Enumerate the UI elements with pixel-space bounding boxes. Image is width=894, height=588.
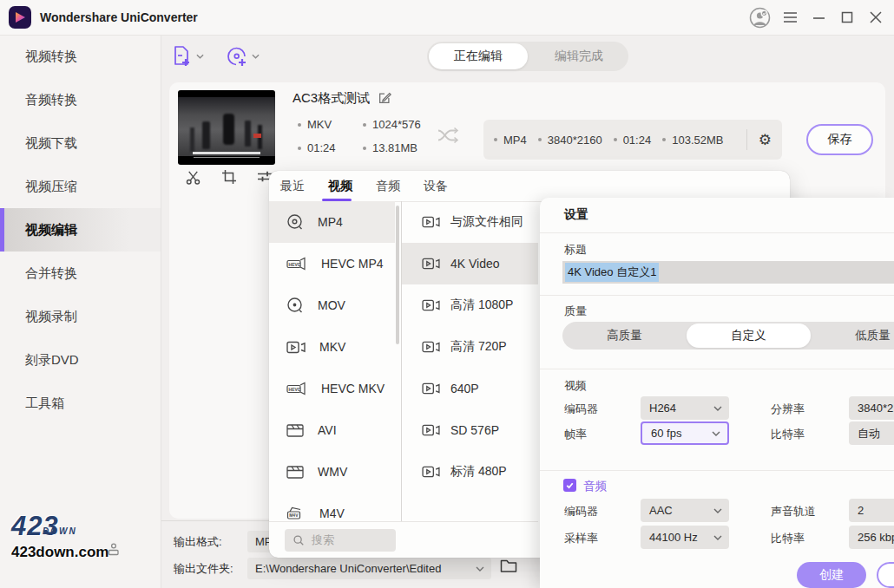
format-option-mov[interactable]: MOV — [269, 284, 395, 326]
format-list: MP4 HEVC HEVC MP4 MOV MKV — [269, 201, 395, 521]
camera-icon — [286, 340, 306, 355]
sidebar-item-video-download[interactable]: 视频下载 — [0, 121, 161, 165]
camera-icon — [422, 340, 440, 354]
sidebar-item-audio-convert[interactable]: 音频转换 — [0, 78, 161, 121]
format-option-avi[interactable]: AVI — [269, 409, 395, 451]
scrollbar-thumb[interactable] — [396, 206, 399, 344]
audio-enabled-checkbox[interactable] — [563, 479, 576, 492]
output-folder-select[interactable]: E:\Wondershare UniConverter\Edited — [247, 558, 491, 579]
sidebar-item-burn-dvd[interactable]: 刻录DVD — [0, 338, 161, 382]
format-option-hevc-mp4[interactable]: HEVC HEVC MP4 — [269, 243, 395, 284]
camera-icon — [422, 423, 440, 437]
video-thumbnail[interactable] — [178, 90, 275, 165]
popup-tab-video[interactable]: 视频 — [328, 179, 352, 194]
hevc-icon: HEVC — [286, 256, 307, 272]
menu-icon[interactable] — [777, 0, 803, 35]
preset-option-480p[interactable]: 标清 480P — [402, 451, 538, 493]
source-duration: 01:24 — [298, 141, 336, 154]
format-option-mkv[interactable]: MKV — [269, 326, 395, 368]
add-disc-button[interactable] — [226, 45, 260, 68]
preset-option-1080p[interactable]: 高清 1080P — [402, 284, 538, 326]
channels-field[interactable]: 2 — [849, 499, 894, 522]
rename-icon[interactable] — [378, 91, 391, 105]
sidebar-item-toolbox[interactable]: 工具箱 — [0, 382, 161, 425]
sidebar-item-screen-record[interactable]: 视频录制 — [0, 295, 161, 338]
maximize-button[interactable] — [834, 0, 860, 35]
audio-bitrate-label: 比特率 — [771, 531, 805, 546]
preset-list: 与源文件相同 4K Video 高清 1080P 高清 720P — [402, 201, 538, 521]
open-folder-icon[interactable] — [500, 559, 517, 573]
close-button[interactable] — [863, 0, 889, 35]
video-encoder-select[interactable]: H264 — [641, 396, 729, 420]
disc-icon — [286, 297, 304, 314]
quality-low-option[interactable]: 低质量 — [811, 322, 894, 350]
add-disc-icon — [226, 45, 248, 68]
chevron-down-icon — [713, 508, 722, 513]
crop-icon[interactable] — [221, 169, 237, 186]
popup-tab-recent[interactable]: 最近 — [280, 179, 305, 194]
create-button[interactable]: 创建 — [797, 562, 866, 588]
preset-option-720p[interactable]: 高清 720P — [402, 326, 538, 368]
preset-title-input[interactable]: 4K Video 自定义1 — [562, 261, 894, 284]
output-folder-label: 输出文件夹: — [174, 561, 233, 577]
chevron-down-icon — [713, 535, 722, 540]
format-option-hevc-mkv[interactable]: HEVC HEVC MKV — [269, 368, 395, 409]
video-bitrate-field[interactable]: 自动 — [849, 421, 894, 445]
preset-option-640p[interactable]: 640P — [402, 368, 538, 409]
sidebar-item-merge-convert[interactable]: 合并转换 — [0, 252, 161, 295]
svg-text:HEVC: HEVC — [289, 261, 301, 266]
audio-section-label: 音频 — [583, 479, 607, 494]
minimize-button[interactable] — [805, 0, 832, 35]
add-file-button[interactable] — [172, 45, 204, 68]
save-button[interactable]: 保存 — [806, 124, 873, 155]
popup-tab-audio[interactable]: 音频 — [376, 179, 400, 194]
account-avatar[interactable] — [746, 0, 772, 35]
search-area: 搜索 — [269, 521, 538, 558]
samplerate-select[interactable]: 44100 Hz — [641, 526, 729, 549]
framerate-select[interactable]: 60 fps — [641, 421, 729, 445]
hevc-icon: HEVC — [286, 381, 307, 397]
preset-option-4k-video[interactable]: 4K Video — [402, 243, 538, 284]
sidebar-item-video-convert[interactable]: 视频转换 — [0, 35, 161, 78]
watermark-423down: 423 DOWN 423down.com — [11, 513, 108, 560]
format-option-mp4[interactable]: MP4 — [269, 201, 395, 243]
search-input[interactable]: 搜索 — [285, 529, 396, 552]
output-settings-gear-icon[interactable]: ⚙ — [759, 133, 772, 147]
preset-option-same-as-source[interactable]: 与源文件相同 — [402, 201, 538, 243]
chevron-down-icon — [252, 54, 260, 59]
camera-icon — [422, 257, 440, 271]
editing-state-tabs: 正在编辑 编辑完成 — [427, 42, 628, 71]
tab-edit-done[interactable]: 编辑完成 — [529, 42, 628, 71]
sidebar-item-video-edit[interactable]: 视频编辑 — [0, 208, 161, 252]
trim-icon[interactable] — [185, 169, 201, 186]
resolution-field[interactable]: 3840*2160 — [849, 396, 894, 420]
output-duration: 01:24 — [614, 134, 652, 147]
subtitle-lines — [193, 152, 260, 154]
quality-label: 质量 — [564, 304, 587, 319]
settings-header: 设置 — [564, 207, 588, 223]
preset-option-sd-576p[interactable]: SD 576P — [402, 409, 538, 451]
resolution-label: 分辨率 — [771, 402, 805, 417]
app-title: Wondershare UniConverter — [40, 10, 198, 24]
camera-icon — [422, 215, 440, 229]
audio-encoder-select[interactable]: AAC — [641, 499, 729, 522]
clapper-icon — [286, 465, 304, 480]
chevron-down-icon — [476, 566, 484, 572]
tab-editing[interactable]: 正在编辑 — [429, 43, 528, 69]
sidebar-item-video-compress[interactable]: 视频压缩 — [0, 165, 161, 208]
secondary-button-cut-off[interactable] — [877, 562, 894, 588]
svg-text:M4V: M4V — [289, 513, 299, 518]
quality-custom-option[interactable]: 自定义 — [687, 323, 811, 348]
output-format: MP4 — [494, 134, 527, 147]
quality-high-option[interactable]: 高质量 — [562, 322, 687, 350]
video-section-label: 视频 — [564, 378, 587, 394]
format-option-m4v[interactable]: M4V M4V — [269, 493, 395, 521]
chevron-down-icon — [196, 54, 204, 59]
source-size: 13.81MB — [363, 141, 417, 154]
disc-icon — [286, 213, 304, 231]
framerate-label: 帧率 — [564, 427, 587, 442]
format-option-wmv[interactable]: WMV — [269, 451, 395, 493]
camera-icon — [422, 382, 440, 395]
audio-bitrate-field[interactable]: 256 kbps — [849, 526, 894, 549]
popup-tab-device[interactable]: 设备 — [424, 179, 448, 194]
